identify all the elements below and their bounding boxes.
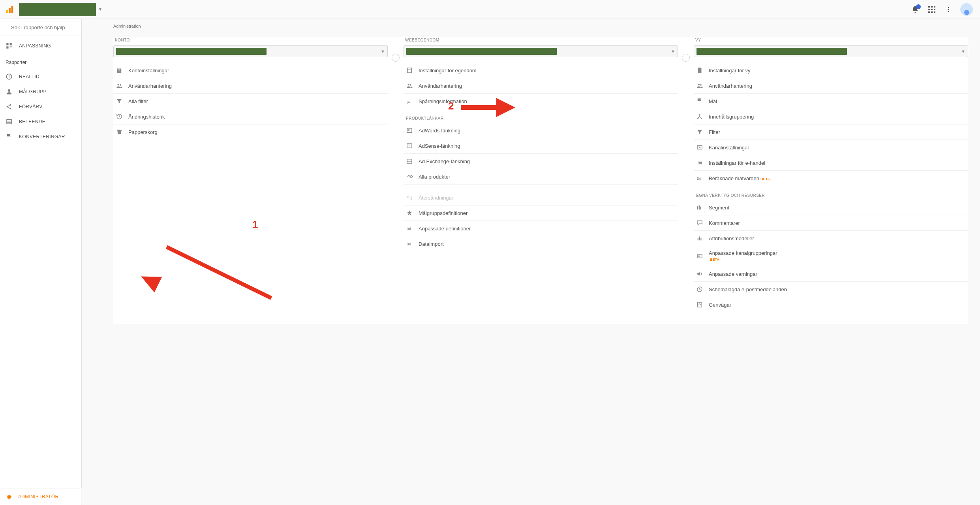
menu-label: Inställningar för egendom bbox=[419, 68, 477, 73]
sidebar-item-realtime[interactable]: REALTID bbox=[0, 69, 81, 84]
bars-icon bbox=[696, 235, 703, 242]
account-item-history[interactable]: Ändringshistorik bbox=[113, 109, 388, 124]
view-item-ecommerce[interactable]: Inställningar för e-handel bbox=[694, 155, 968, 171]
svg-rect-25 bbox=[119, 71, 120, 72]
sidebar-search[interactable] bbox=[0, 19, 81, 36]
menu-label: Användarhantering bbox=[419, 83, 462, 89]
target-icon bbox=[406, 209, 413, 217]
trash-icon bbox=[116, 128, 123, 136]
link-icon bbox=[406, 142, 413, 149]
menu-label: Genvägar bbox=[709, 302, 731, 308]
property-item-adwords[interactable]: AdWords-länkning bbox=[404, 123, 678, 138]
view-item-users[interactable]: Användarhantering bbox=[694, 78, 968, 94]
sidebar-item-customization[interactable]: ANPASSNING bbox=[0, 38, 81, 53]
property-item-tracking[interactable]: .js Spårningsinformation bbox=[404, 94, 678, 109]
property-item-postbacks[interactable]: Återsändningar bbox=[404, 190, 678, 205]
account-item-filters[interactable]: Alla filter bbox=[113, 94, 388, 109]
redacted-icon bbox=[116, 48, 267, 55]
property-item-adexchange[interactable]: Ad Exchange-länkning bbox=[404, 154, 678, 169]
search-input[interactable] bbox=[11, 24, 77, 30]
svg-point-58 bbox=[699, 256, 700, 256]
property-selector[interactable] bbox=[19, 3, 96, 16]
apps-grid-icon[interactable] bbox=[927, 5, 937, 14]
property-item-dataimport[interactable]: Dd Dataimport bbox=[404, 236, 678, 251]
account-item-trash[interactable]: Papperskorg bbox=[113, 124, 388, 139]
redacted-icon bbox=[406, 48, 557, 55]
menu-label: Alla filter bbox=[128, 98, 148, 104]
view-item-customchannels[interactable]: Anpassade kanalgrupperingarBETA bbox=[694, 246, 968, 266]
top-header: ▼ bbox=[0, 0, 980, 19]
connector-icon bbox=[682, 54, 690, 62]
breadcrumb: Administration bbox=[82, 24, 980, 28]
view-item-segments[interactable]: Segment bbox=[694, 200, 968, 215]
bell-icon[interactable] bbox=[911, 5, 920, 14]
svg-point-42 bbox=[700, 84, 702, 86]
sidebar-item-audience[interactable]: MÅLGRUPP bbox=[0, 84, 81, 99]
view-item-channels[interactable]: Kanalinställningar bbox=[694, 140, 968, 155]
property-selector[interactable]: ▼ bbox=[404, 45, 678, 57]
return-icon bbox=[406, 194, 413, 201]
svg-rect-51 bbox=[699, 205, 700, 210]
property-item-allproducts[interactable]: Alla produkter bbox=[404, 169, 678, 185]
svg-rect-11 bbox=[10, 47, 11, 47]
svg-point-48 bbox=[701, 164, 702, 165]
view-item-goals[interactable]: Mål bbox=[694, 94, 968, 109]
property-item-users[interactable]: Användarhantering bbox=[404, 78, 678, 94]
annotation-arrow-2 bbox=[461, 105, 500, 110]
svg-rect-8 bbox=[6, 43, 8, 45]
account-item-settings[interactable]: Kontoinställningar bbox=[113, 63, 388, 78]
doc-icon bbox=[696, 67, 703, 74]
dd-icon: Dd bbox=[696, 175, 703, 182]
history-icon bbox=[116, 113, 123, 120]
infinity-icon bbox=[406, 173, 413, 180]
sidebar-label: FÖRVÄRV bbox=[19, 104, 43, 109]
sidebar-item-conversions[interactable]: KONVERTERINGAR bbox=[0, 129, 81, 144]
beta-badge: BETA bbox=[710, 258, 719, 262]
view-selector[interactable]: ▼ bbox=[694, 45, 968, 57]
view-item-attribution[interactable]: Attributionsmodeller bbox=[694, 231, 968, 246]
sidebar-label: KONVERTERINGAR bbox=[19, 134, 65, 139]
view-item-shortcuts[interactable]: Genvägar bbox=[694, 297, 968, 312]
view-item-scheduledemails[interactable]: Schemalagda e-postmeddelanden bbox=[694, 282, 968, 297]
svg-rect-24 bbox=[118, 71, 119, 72]
menu-label: AdWords-länkning bbox=[419, 128, 460, 134]
sidebar-label: REALTID bbox=[19, 74, 39, 79]
view-item-contentgrouping[interactable]: Innehållsgruppering bbox=[694, 109, 968, 124]
avatar[interactable] bbox=[960, 3, 973, 16]
property-item-customdefs[interactable]: Dd Anpassade definitioner bbox=[404, 221, 678, 236]
property-item-audiencedefs[interactable]: Målgruppsdefinitioner bbox=[404, 205, 678, 221]
property-item-adsense[interactable]: AdSense-länkning bbox=[404, 138, 678, 154]
menu-label: Dataimport bbox=[419, 241, 444, 247]
sidebar-label: BETEENDE bbox=[19, 119, 45, 124]
account-item-users[interactable]: Användarhantering bbox=[113, 78, 388, 94]
sidebar-item-admin[interactable]: ADMINISTRATÖR bbox=[0, 488, 81, 505]
link-icon bbox=[406, 127, 413, 134]
view-column-title: VY bbox=[694, 37, 968, 45]
menu-label: AdSense-länkning bbox=[419, 143, 460, 149]
ga-logo-icon bbox=[6, 5, 14, 14]
sidebar-item-acquisition[interactable]: FÖRVÄRV bbox=[0, 99, 81, 114]
svg-point-14 bbox=[8, 89, 10, 92]
caret-down-icon[interactable]: ▼ bbox=[98, 7, 102, 11]
share-icon bbox=[6, 103, 13, 110]
view-item-settings[interactable]: Inställningar för vy bbox=[694, 63, 968, 78]
caret-down-icon: ▼ bbox=[671, 49, 675, 54]
menu-label: Anpassade definitioner bbox=[419, 226, 471, 232]
kebab-icon[interactable] bbox=[944, 5, 953, 14]
account-column-title: KONTO bbox=[113, 37, 388, 45]
svg-point-43 bbox=[699, 114, 700, 115]
sidebar-item-behavior[interactable]: BETEENDE bbox=[0, 114, 81, 129]
view-item-calculated[interactable]: Dd Beräknade mätvärdenBETA bbox=[694, 171, 968, 186]
caret-down-icon: ▼ bbox=[961, 49, 965, 54]
person-icon bbox=[6, 88, 13, 95]
dashboard-icon bbox=[6, 42, 13, 49]
menu-label: Mål bbox=[709, 98, 717, 104]
view-item-annotations[interactable]: Kommentarer bbox=[694, 215, 968, 231]
svg-rect-18 bbox=[7, 120, 11, 124]
account-selector[interactable]: ▼ bbox=[113, 45, 388, 57]
property-item-settings[interactable]: Inställningar för egendom bbox=[404, 63, 678, 78]
link-icon bbox=[406, 158, 413, 165]
view-item-customalerts[interactable]: Anpassade varningar bbox=[694, 266, 968, 282]
svg-point-47 bbox=[698, 164, 699, 165]
view-item-filters[interactable]: Filter bbox=[694, 124, 968, 140]
